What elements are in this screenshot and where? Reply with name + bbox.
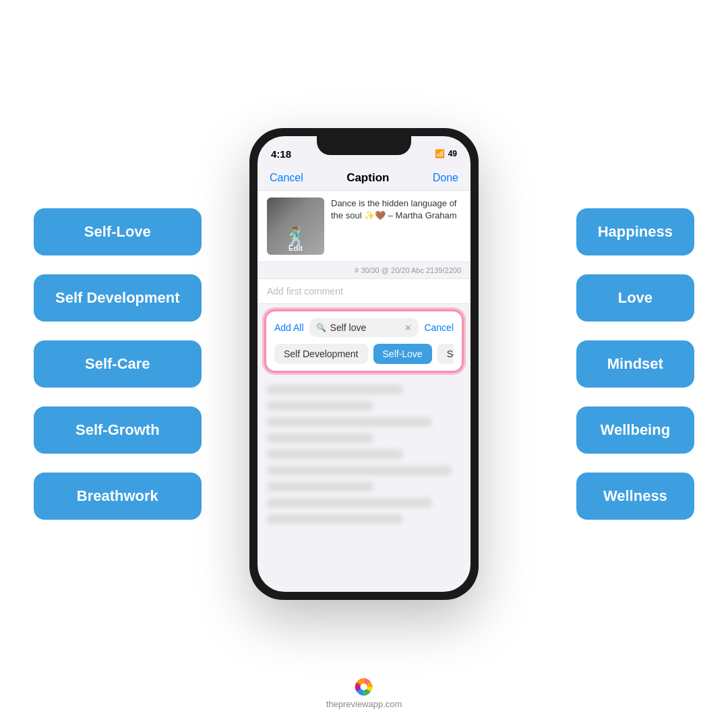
blur-line-7 (267, 482, 373, 491)
hashtag-search-row: Add All 🔍 Self love ✕ Cancel (274, 318, 454, 337)
hashtag-panel: Add All 🔍 Self love ✕ Cancel Self Develo… (264, 309, 464, 373)
blur-line-4 (267, 433, 373, 443)
tag-wellness[interactable]: Wellness (576, 473, 694, 520)
comment-area[interactable]: Add first comment (257, 279, 471, 304)
counter-bar: # 30/30 @ 20/20 Abc 2139/2200 (257, 262, 471, 279)
nav-cancel-button[interactable]: Cancel (270, 172, 303, 184)
phone-frame: 4:18 📶 49 Cancel Caption Done 🕺 (249, 128, 479, 600)
watermark: thepreviewapp.com (326, 677, 402, 709)
blur-line-9 (267, 514, 403, 524)
hashtag-chips: Self Development Self-Love Self-Worth Se… (274, 344, 454, 364)
right-tags-container: Happiness Love Mindset Wellbeing Wellnes… (576, 0, 694, 728)
post-preview: 🕺 Edit Dance is the hidden language of t… (257, 191, 471, 262)
status-time: 4:18 (271, 148, 291, 160)
blur-line-1 (267, 385, 403, 394)
watermark-text: thepreviewapp.com (326, 699, 402, 709)
chip-self-worth[interactable]: Self-Worth (437, 344, 454, 364)
wifi-icon: 📶 (435, 149, 445, 158)
blur-line-6 (267, 466, 452, 475)
chip-self-love[interactable]: Self-Love (373, 344, 432, 364)
battery-indicator: 49 (448, 149, 457, 158)
phone-screen: 4:18 📶 49 Cancel Caption Done 🕺 (257, 136, 471, 592)
phone-wrapper: 4:18 📶 49 Cancel Caption Done 🕺 (249, 128, 479, 600)
phone-notch (317, 136, 411, 155)
blur-line-5 (267, 450, 403, 459)
page-container: Self-Love Self Development Self-Care Sel… (0, 0, 728, 728)
search-icon: 🔍 (316, 323, 326, 332)
tag-self-development[interactable]: Self Development (34, 274, 202, 322)
tag-self-care[interactable]: Self-Care (34, 340, 202, 388)
tag-self-growth[interactable]: Self-Growth (34, 406, 202, 454)
tag-love[interactable]: Love (576, 274, 694, 322)
tag-breathwork[interactable]: Breathwork (34, 473, 202, 520)
hashtag-search-field[interactable]: 🔍 Self love ✕ (309, 318, 419, 337)
tag-wellbeing[interactable]: Wellbeing (576, 406, 694, 454)
app-logo (355, 677, 373, 696)
hashtag-results (257, 378, 471, 592)
svg-point-1 (361, 684, 367, 690)
edit-label[interactable]: Edit (289, 244, 303, 252)
status-icons: 📶 49 (435, 149, 457, 158)
tag-happiness[interactable]: Happiness (576, 208, 694, 255)
blur-line-3 (267, 417, 432, 427)
left-tags-container: Self-Love Self Development Self-Care Sel… (34, 0, 202, 728)
nav-done-button[interactable]: Done (433, 172, 458, 184)
search-cancel-button[interactable]: Cancel (424, 322, 454, 333)
tag-mindset[interactable]: Mindset (576, 340, 694, 388)
post-caption: Dance is the hidden language of the soul… (331, 198, 461, 255)
chip-self-development[interactable]: Self Development (274, 344, 368, 364)
clear-search-icon[interactable]: ✕ (404, 323, 412, 333)
search-value: Self love (330, 322, 401, 333)
add-all-button[interactable]: Add All (274, 322, 304, 333)
nav-bar: Cancel Caption Done (257, 166, 471, 191)
tag-self-love[interactable]: Self-Love (34, 208, 202, 255)
blur-line-2 (267, 401, 373, 411)
post-image[interactable]: 🕺 Edit (267, 198, 324, 255)
blur-line-8 (267, 498, 432, 508)
nav-title: Caption (346, 171, 389, 185)
